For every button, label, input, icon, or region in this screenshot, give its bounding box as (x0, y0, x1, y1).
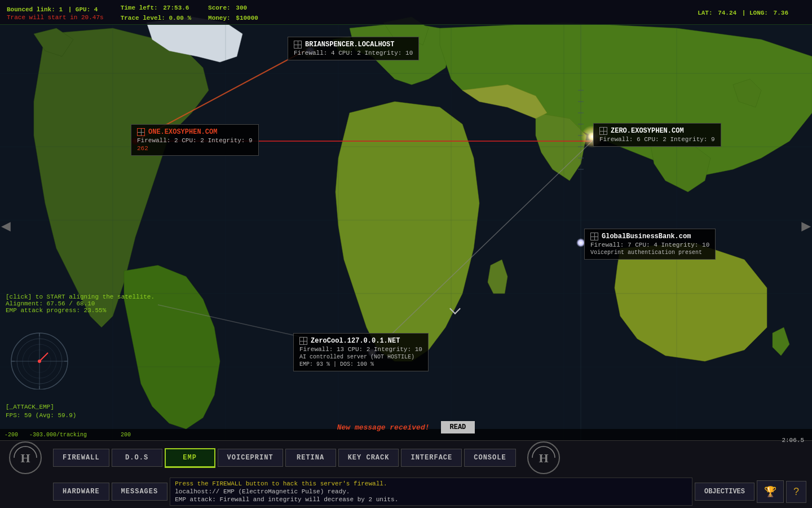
hud-time: Time left: 27:53.6 (121, 2, 191, 12)
logo-right: H (524, 438, 563, 478)
info-line3: EMP attack: Firewall and integrity will … (175, 496, 687, 503)
track-pos200: 200 (121, 432, 131, 438)
node-note2-zerocool: EMP: 93 % | DOS: 100 % (299, 361, 422, 367)
new-message-text: New message received! (337, 423, 430, 432)
node-title-zero: ZERO.EXOSYPHEN.COM (611, 127, 684, 135)
target-icon-global (590, 233, 598, 240)
hud-coords: LAT: 74.24 | LONG: 7.36 (698, 7, 788, 17)
info-line1: Press the FIREWALL button to hack this s… (175, 480, 687, 487)
node-popup-brian[interactable]: BRIANSPENCER.LOCALHOST Firewall: 4 CPU: … (288, 37, 419, 60)
svg-text:H: H (539, 451, 548, 465)
top-hud: Bounced link: 1 | GPU: 4 Trace will star… (0, 0, 812, 25)
target-icon-brian (294, 41, 302, 49)
hud-trace-start: Trace will start in 20.47s (7, 14, 104, 21)
emp-button[interactable]: EMP (165, 448, 215, 468)
track-tracking: -303.000/tracking (29, 432, 87, 438)
fps-label: FPS: 59 (Avg: 59.9) (6, 412, 76, 419)
interface-button[interactable]: INTERFACE (401, 449, 462, 467)
hud-section-score: Score: 300 Money: $10000 (208, 2, 258, 23)
info-box: Press the FIREWALL button to hack this s… (170, 478, 692, 506)
svg-point-32 (38, 360, 41, 363)
hud-score: Score: 300 (208, 2, 258, 12)
attack-mode-label: [_ATTACK_EMP] (6, 404, 54, 410)
svg-text:H: H (20, 451, 30, 465)
target-icon-zerocool (299, 337, 307, 345)
hud-section-time: Time left: 27:53.6 Trace level: 0.00 % (121, 2, 191, 23)
key-crack-button[interactable]: KEY CRACK (338, 449, 399, 467)
node-title-global: GlobalBusinessBank.com (602, 233, 691, 240)
objectives-button[interactable]: OBJECTIVES (695, 483, 754, 501)
messages-button[interactable]: MESSAGES (112, 483, 168, 501)
world-map[interactable] (0, 0, 812, 440)
scroll-left-arrow[interactable]: ◀ (1, 216, 11, 235)
info-line2: localhost:// EMP (ElectroMagnetic Pulse)… (175, 488, 687, 495)
node-title-brian: BRIANSPENCER.LOCALHOST (305, 41, 394, 49)
node-stats-zero: Firewall: 6 CPU: 2 Integrity: 9 (599, 136, 715, 143)
node-popup-zero[interactable]: ZERO.EXOSYPHEN.COM Firewall: 6 CPU: 2 In… (593, 123, 721, 147)
satellite-status: [click] to START aligning the satellite.… (6, 294, 155, 314)
time-display: 2:06.5 (782, 437, 804, 444)
hardware-button[interactable]: HARDWARE (53, 483, 109, 501)
node-stats-one: Firewall: 2 CPU: 2 Integrity: 9 (137, 137, 253, 144)
node-title-zerocool: ZeroCool.127.0.0.1.NET (311, 337, 400, 345)
node-extra-one: 262 (137, 145, 253, 152)
toolbar-row2: HARDWARE MESSAGES Press the FIREWALL but… (0, 475, 812, 508)
node-popup-zerocool[interactable]: ZeroCool.127.0.0.1.NET Firewall: 13 CPU:… (293, 333, 429, 371)
hud-section-link: Bounced link: 1 | GPU: 4 Trace will star… (7, 4, 104, 21)
help-button[interactable]: ? (786, 481, 806, 503)
emp-progress-text: EMP attack progress: 23.55% (6, 307, 155, 314)
message-bar: New message received! READ (226, 418, 586, 437)
alignment-text: Alignment: 67.56 / 68.10 (6, 300, 155, 307)
logo-left: H (6, 438, 45, 478)
scroll-right-arrow[interactable]: ▶ (801, 216, 811, 235)
svg-line-31 (39, 353, 48, 361)
node-popup-global[interactable]: GlobalBusinessBank.com Firewall: 7 CPU: … (584, 229, 716, 260)
node-stats-brian: Firewall: 4 CPU: 2 Integrity: 10 (294, 50, 413, 56)
node-stats-zerocool: Firewall: 13 CPU: 2 Integrity: 10 (299, 346, 422, 353)
trophy-button[interactable]: 🏆 (757, 480, 784, 503)
bottom-toolbar: H FIREWALL D.O.S EMP VOICEPRINT RETINA K… (0, 440, 812, 508)
target-icon-one (137, 128, 145, 136)
retina-button[interactable]: RETINA (285, 449, 336, 467)
node-stats-global: Firewall: 7 CPU: 4 Integrity: 10 (590, 242, 709, 248)
node-popup-one[interactable]: ONE.EXOSYPHEN.COM Firewall: 2 CPU: 2 Int… (131, 124, 259, 156)
node-note-global: Voiceprint authentication present (590, 249, 709, 256)
node-title-one: ONE.EXOSYPHEN.COM (148, 128, 217, 136)
satellite-text: [click] to START aligning the satellite. (6, 294, 155, 300)
hud-money: Money: $10000 (208, 12, 258, 23)
dos-button[interactable]: D.O.S (112, 449, 162, 467)
node-note-zerocool: AI controlled server (NOT HOSTILE) (299, 354, 422, 360)
hud-trace-level: Trace level: 0.00 % (121, 12, 191, 23)
toolbar-row1: H FIREWALL D.O.S EMP VOICEPRINT RETINA K… (0, 441, 812, 475)
hud-section-coords: LAT: 74.24 | LONG: 7.36 (698, 7, 788, 17)
firewall-button[interactable]: FIREWALL (53, 449, 109, 467)
voiceprint-button[interactable]: VOICEPRINT (218, 449, 283, 467)
hud-bounced: Bounced link: 1 | GPU: 4 (7, 4, 104, 14)
target-icon-zero (599, 127, 607, 135)
satellite-dish (6, 327, 73, 389)
read-button[interactable]: READ (441, 421, 475, 433)
console-button[interactable]: CONSOLE (464, 449, 515, 467)
track-minus200: -200 (5, 432, 18, 438)
